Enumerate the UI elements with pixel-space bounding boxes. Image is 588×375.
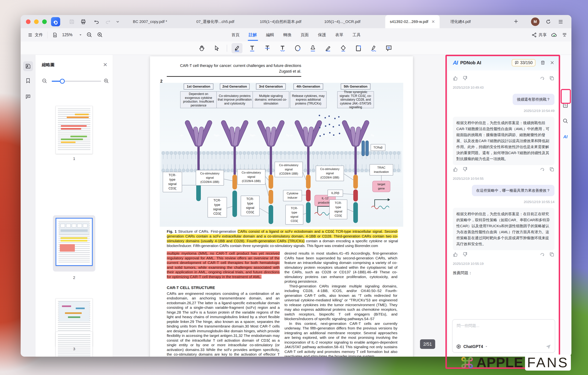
svg-text:inactivation: inactivation — [374, 170, 389, 173]
command-icon — [460, 355, 475, 370]
minimize-window-button[interactable] — [34, 19, 39, 24]
thumb-highlight-mark — [61, 128, 81, 129]
zoom-dropdown-icon[interactable] — [79, 33, 82, 36]
ribbon-menu-頁面[interactable]: 頁面 — [300, 31, 309, 39]
ai-conversation: 2025/12/19 10:49:43後續還有那些挑戰？2025/12/19 1… — [448, 70, 559, 357]
thumbs-down-icon[interactable] — [462, 75, 468, 81]
clear-history-icon[interactable] — [540, 60, 545, 65]
thumbnail-zoom-slider — [35, 77, 113, 85]
slider-track[interactable] — [52, 81, 101, 82]
thumbnail-page-2[interactable] — [56, 218, 93, 266]
thumbnail-page-4[interactable] — [56, 332, 93, 357]
ai-assistant-panel: AI PDNob AI 33/150 2025/12/19 10:49:43後續… — [448, 55, 559, 357]
strike-tool-icon[interactable] — [262, 43, 273, 53]
thumbs-up-icon[interactable] — [453, 252, 458, 257]
underline-tool-icon[interactable] — [247, 43, 258, 53]
model-selector[interactable]: ChatGPT4 — [463, 344, 483, 349]
svg-text:type: type — [247, 202, 253, 205]
thumbnail-page-2-selected[interactable] — [53, 215, 95, 272]
model-dropdown-icon[interactable] — [485, 345, 488, 348]
diamond-tool-icon[interactable] — [338, 43, 349, 53]
document-tab[interactable]: s41392-02...269-w.pdf✕ — [385, 15, 440, 28]
redo-icon[interactable] — [104, 18, 112, 26]
comments-panel-icon[interactable] — [23, 92, 33, 102]
close-window-button[interactable] — [26, 19, 31, 24]
hand-tool-icon[interactable] — [196, 43, 207, 53]
zoom-in-icon[interactable] — [97, 32, 103, 38]
tab-close-icon[interactable]: ✕ — [431, 19, 435, 24]
zoom-out-icon[interactable] — [86, 32, 93, 38]
message-timestamp: 2025/12/19 10:55:19 — [453, 262, 555, 266]
history-dropdown-icon[interactable] — [114, 18, 122, 26]
copy-icon[interactable] — [549, 75, 555, 81]
tab-label: s41392-02...269-w.pdf — [390, 19, 428, 24]
new-tab-button[interactable] — [512, 18, 520, 25]
thumbs-up-icon[interactable] — [453, 75, 458, 81]
share-button[interactable]: 共享 — [532, 32, 547, 38]
ribbon-menu-保護[interactable]: 保護 — [318, 31, 326, 39]
thumbs-up-icon[interactable] — [453, 167, 458, 172]
regenerate-icon[interactable] — [540, 252, 545, 257]
print-icon[interactable] — [79, 18, 87, 26]
regenerate-icon[interactable] — [540, 75, 545, 81]
ellipse-tool-icon[interactable] — [292, 43, 303, 53]
thumbs-down-icon[interactable] — [462, 167, 468, 172]
ribbon-menu-註解[interactable]: 註解 — [249, 31, 257, 39]
thumbs-down-icon[interactable] — [462, 252, 468, 257]
bookmarks-panel-icon[interactable] — [23, 76, 33, 86]
zoom-level-value[interactable]: 125% — [62, 32, 74, 37]
ribbon-menu-編輯[interactable]: 編輯 — [266, 31, 275, 39]
pdf-page: CAR-T cell therapy for cancer: current c… — [150, 56, 413, 357]
section-heading: CAR-T CELL STRUCTURE — [167, 286, 280, 290]
thumb-zoom-in-icon[interactable] — [104, 78, 109, 84]
svg-text:CD3ζ: CD3ζ — [291, 219, 298, 223]
document-tab[interactable]: BC 2007_copy.pdf * — [128, 15, 172, 28]
sync-icon[interactable] — [544, 18, 552, 26]
copy-icon[interactable] — [549, 252, 555, 257]
thumb-zoom-out-icon[interactable] — [42, 78, 47, 84]
document-tab[interactable]: 理化總4.pdf — [446, 15, 475, 28]
rectangle-tool-icon[interactable] — [353, 43, 364, 53]
note-tool-icon[interactable] — [383, 43, 394, 53]
pencil-tool-icon[interactable] — [323, 43, 334, 53]
document-tab[interactable]: 105(1~4)..._OCR.pdf — [320, 15, 365, 28]
document-tab[interactable]: 07_選修化學...ch5.pdf — [192, 15, 239, 28]
squiggly-tool-icon[interactable] — [277, 43, 288, 53]
sidebar-close-icon[interactable]: ✕ — [103, 62, 107, 68]
page-fit-icon[interactable] — [52, 32, 58, 38]
thumbnails-panel-icon[interactable] — [23, 61, 33, 71]
ai-panel-toggle-icon[interactable]: AI — [561, 132, 570, 141]
signature-tool-icon[interactable] — [368, 43, 379, 53]
svg-text:CD3ζ: CD3ζ — [246, 210, 254, 214]
document-viewer[interactable]: CAR-T cell therapy for cancer: current c… — [113, 55, 448, 357]
zoom-window-button[interactable] — [42, 19, 47, 24]
document-tab[interactable]: 105(1~4)自然科題本.pdf — [255, 15, 306, 28]
user-message-row: 後續還有那些挑戰？ — [453, 94, 555, 105]
cursor-tool-icon[interactable] — [211, 43, 222, 53]
thumb-highlight-mark — [76, 308, 85, 309]
ribbon-menu-首頁[interactable]: 首頁 — [231, 31, 240, 39]
ribbon-menu-工具[interactable]: 工具 — [352, 31, 361, 39]
slider-knob[interactable] — [60, 79, 65, 84]
main-toolbar: 文件 125% 首頁註解編輯轉換頁面保護表單工具 共享 — [21, 28, 571, 42]
send-icon[interactable] — [545, 343, 551, 350]
ai-input-box[interactable]: 問一些問題... ChatGPT4 — [452, 319, 555, 353]
search-icon[interactable] — [561, 116, 570, 126]
ai-panel-close-icon[interactable] — [550, 60, 555, 65]
collapse-toolbar-icon[interactable] — [562, 32, 567, 38]
highlight-tool-icon[interactable] — [231, 43, 242, 53]
undo-icon[interactable] — [93, 18, 100, 26]
properties-panel-icon[interactable] — [561, 101, 570, 110]
ribbon-menu-表單[interactable]: 表單 — [335, 31, 344, 39]
thumbnail-page-1[interactable] — [56, 106, 93, 154]
file-menu[interactable]: 文件 — [28, 32, 43, 38]
ribbon-menu-轉換[interactable]: 轉換 — [283, 31, 292, 39]
save-icon[interactable] — [68, 18, 76, 26]
copy-icon[interactable] — [549, 167, 555, 172]
account-avatar[interactable]: M — [531, 18, 539, 26]
tab-label: 105(1~4)自然科題本.pdf — [260, 19, 301, 24]
stamp-tool-icon[interactable] — [307, 43, 318, 53]
app-menu-icon[interactable] — [557, 18, 565, 26]
regenerate-icon[interactable] — [540, 167, 545, 172]
cloud-sync-icon[interactable] — [551, 32, 558, 38]
